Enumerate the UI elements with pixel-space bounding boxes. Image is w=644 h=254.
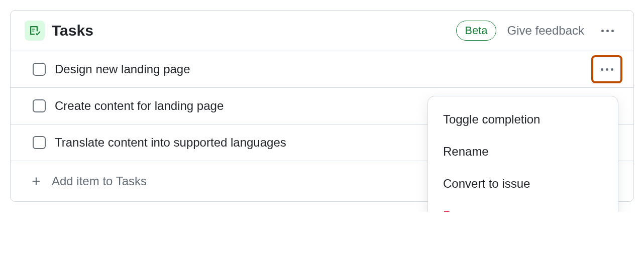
task-context-menu: Toggle completion Rename Convert to issu…: [427, 96, 618, 212]
menu-remove[interactable]: Remove: [428, 200, 618, 212]
add-task-label: Add item to Tasks: [52, 174, 147, 188]
menu-toggle-completion[interactable]: Toggle completion: [428, 103, 618, 136]
task-label: Design new landing page: [55, 62, 619, 76]
task-item-menu-button[interactable]: [592, 56, 621, 82]
task-row[interactable]: Design new landing page: [11, 51, 633, 87]
tasks-title: Tasks: [52, 22, 449, 39]
menu-rename[interactable]: Rename: [428, 136, 618, 168]
tasks-menu-button[interactable]: [595, 21, 619, 41]
give-feedback-link[interactable]: Give feedback: [507, 24, 584, 38]
tasklist-icon: [25, 21, 45, 41]
task-checkbox[interactable]: [33, 63, 46, 76]
task-checkbox[interactable]: [33, 99, 46, 112]
beta-badge: Beta: [456, 21, 496, 41]
kebab-icon: [601, 30, 614, 32]
plus-icon: +: [30, 175, 43, 188]
kebab-icon: [601, 68, 613, 71]
menu-convert-to-issue[interactable]: Convert to issue: [428, 168, 618, 200]
tasks-card: Tasks Beta Give feedback Design new land…: [10, 10, 634, 202]
task-checkbox[interactable]: [33, 136, 46, 149]
tasks-header: Tasks Beta Give feedback: [11, 11, 633, 51]
